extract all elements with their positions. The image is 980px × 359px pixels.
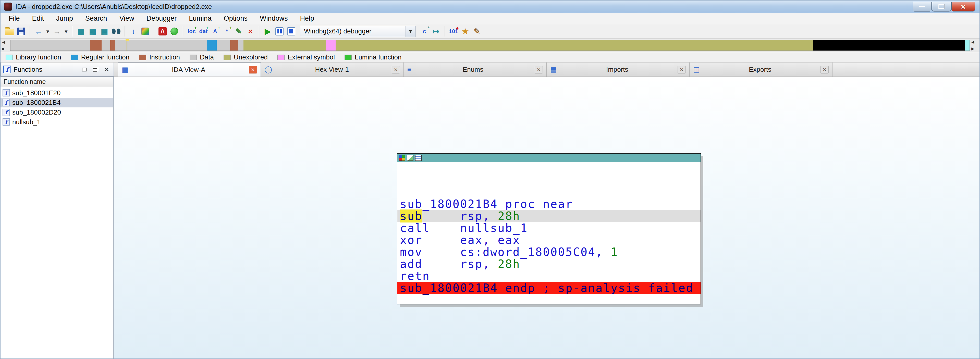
function-list-item[interactable]: fsub_180001E20 xyxy=(0,88,113,98)
node-edit-icon[interactable] xyxy=(407,155,414,161)
title-bar[interactable]: IDA - dropped2.exe C:\Users\Anubis\Deskt… xyxy=(0,0,980,13)
open-file-button[interactable] xyxy=(3,25,15,37)
nav-band-segment[interactable] xyxy=(243,40,326,51)
window-controls: × xyxy=(913,2,975,11)
nav-band-position-marker xyxy=(127,39,127,51)
nav-band-segment[interactable] xyxy=(11,40,90,51)
debugger-stop-button[interactable] xyxy=(285,25,297,37)
nav-band-segment[interactable] xyxy=(238,40,244,51)
jump-to-segment-button[interactable]: ▦ xyxy=(87,25,99,37)
menu-item-debugger[interactable]: Debugger xyxy=(140,13,183,24)
tab-ida-view-a[interactable]: ▦IDA View-A× xyxy=(118,62,261,76)
menu-item-help[interactable]: Help xyxy=(294,13,320,24)
nav-band-segment[interactable] xyxy=(102,40,110,51)
debugger-options-button[interactable]: c* xyxy=(418,25,430,37)
navigate-back-menu[interactable]: ▾ xyxy=(45,25,51,37)
create-struct-button[interactable]: *+ xyxy=(221,25,233,37)
nav-band-segment[interactable] xyxy=(217,40,230,51)
minimize-button[interactable] xyxy=(913,2,932,11)
asm-line[interactable]: sub rsp, 28h xyxy=(397,210,700,222)
tab-close-icon[interactable]: × xyxy=(678,66,686,73)
tab-hex-view-1[interactable]: ◯Hex View-1× xyxy=(261,62,404,76)
navigate-forward-menu[interactable]: ▾ xyxy=(63,25,69,37)
tab-enums[interactable]: ≡Enums× xyxy=(404,62,547,76)
jump-to-next-button[interactable]: ↓ xyxy=(127,25,139,37)
create-location-button[interactable]: loc+ xyxy=(186,25,197,37)
nav-band-segment[interactable] xyxy=(90,40,102,51)
node-group-icon[interactable] xyxy=(415,155,422,161)
nav-band-segment[interactable] xyxy=(230,40,238,51)
panel-float-button[interactable] xyxy=(91,65,100,73)
functions-column-header[interactable]: Function name xyxy=(0,77,113,87)
tab-exports[interactable]: ▥Exports× xyxy=(690,62,832,76)
nav-band-track[interactable] xyxy=(10,40,970,51)
badge-icon: + xyxy=(194,25,197,31)
menu-item-jump[interactable]: Jump xyxy=(50,13,79,24)
tab-close-icon[interactable]: × xyxy=(821,66,829,73)
panel-close-button[interactable]: × xyxy=(102,65,111,73)
make-ascii-button[interactable] xyxy=(157,25,169,37)
nav-band-segment[interactable] xyxy=(115,40,207,51)
navigate-back-button[interactable]: ← xyxy=(33,25,45,37)
toolbar-separator xyxy=(445,26,445,37)
asm-line[interactable]: add rsp, 28h xyxy=(397,258,700,270)
breakpoints-button[interactable]: 101● xyxy=(448,25,460,37)
lumina-button[interactable] xyxy=(169,25,180,37)
asm-line[interactable]: xor eax, eax xyxy=(397,234,700,246)
save-button[interactable] xyxy=(15,25,27,37)
tab-close-icon[interactable]: × xyxy=(535,66,543,73)
close-button[interactable]: × xyxy=(951,2,975,11)
panel-restore-button[interactable] xyxy=(80,65,89,73)
debugger-selector[interactable]: Windbg(x64) debugger▾ xyxy=(300,26,415,37)
nav-band-segment[interactable] xyxy=(326,40,336,51)
menu-item-options[interactable]: Options xyxy=(218,13,254,24)
debugger-start-button[interactable]: ▶ xyxy=(262,25,274,37)
legend-label: Library function xyxy=(16,53,61,61)
jump-to-function-button[interactable]: ▦ xyxy=(99,25,110,37)
asm-line[interactable]: sub_1800021B4 endp ; sp-analysis failed xyxy=(397,282,700,294)
tab-close-icon[interactable]: × xyxy=(392,66,400,73)
nav-scroll-left-icon[interactable]: ◀ xyxy=(2,40,9,44)
create-data-button[interactable]: dat+ xyxy=(197,25,209,37)
tab-imports[interactable]: ▤Imports× xyxy=(547,62,690,76)
functions-panel-header[interactable]: f Functions × xyxy=(0,62,114,76)
menu-item-view[interactable]: View xyxy=(113,13,140,24)
trace-button[interactable]: ✎ xyxy=(471,25,483,37)
nav-band-segment[interactable] xyxy=(813,40,965,51)
node-colors-icon[interactable] xyxy=(399,155,405,161)
edit-item-button[interactable]: ✎ xyxy=(233,25,245,37)
function-list-item[interactable]: fsub_1800021B4 xyxy=(0,98,113,107)
jump-to-name-button[interactable]: ▦ xyxy=(75,25,87,37)
search-button[interactable] xyxy=(110,25,122,37)
nav-band-segment[interactable] xyxy=(207,40,217,51)
graph-view[interactable]: sub_1800021B4 proc nearsub rsp, 28hcall … xyxy=(114,77,980,359)
nav-band-segment[interactable] xyxy=(965,40,969,51)
menu-item-edit[interactable]: Edit xyxy=(26,13,50,24)
function-list-item[interactable]: fsub_180002D20 xyxy=(0,107,113,117)
graph-node[interactable]: sub_1800021B4 proc nearsub rsp, 28hcall … xyxy=(397,153,701,304)
nav-band-segment[interactable] xyxy=(110,40,115,51)
function-list-item[interactable]: fnullsub_1 xyxy=(0,117,113,127)
asm-line[interactable]: call nullsub_1 xyxy=(397,222,700,234)
nav-scroll-right-icon[interactable]: ▶ xyxy=(971,47,978,51)
nav-scroll-left-icon[interactable]: ◀ xyxy=(971,40,978,44)
graph-node-header[interactable] xyxy=(397,154,700,162)
tab-close-icon[interactable]: × xyxy=(249,66,257,73)
create-string-button[interactable]: A+ xyxy=(209,25,221,37)
set-colors-button[interactable] xyxy=(139,25,151,37)
asm-line[interactable]: retn xyxy=(397,270,700,282)
debugger-pause-button[interactable] xyxy=(274,25,285,37)
asm-line[interactable]: sub_1800021B4 proc near xyxy=(397,198,700,210)
menu-item-lumina[interactable]: Lumina xyxy=(183,13,218,24)
watches-button[interactable]: ★ xyxy=(460,25,471,37)
navigate-forward-button[interactable]: → xyxy=(51,25,63,37)
nav-scroll-right-icon[interactable]: ▶ xyxy=(2,47,9,51)
menu-item-search[interactable]: Search xyxy=(79,13,113,24)
undefine-button[interactable]: × xyxy=(245,25,256,37)
maximize-button[interactable] xyxy=(932,2,951,11)
detach-debugger-button[interactable]: ↦ xyxy=(430,25,442,37)
nav-band-segment[interactable] xyxy=(336,40,813,51)
asm-line[interactable]: mov cs:dword_180005C04, 1 xyxy=(397,246,700,258)
menu-item-file[interactable]: File xyxy=(3,13,26,24)
menu-item-windows[interactable]: Windows xyxy=(254,13,294,24)
